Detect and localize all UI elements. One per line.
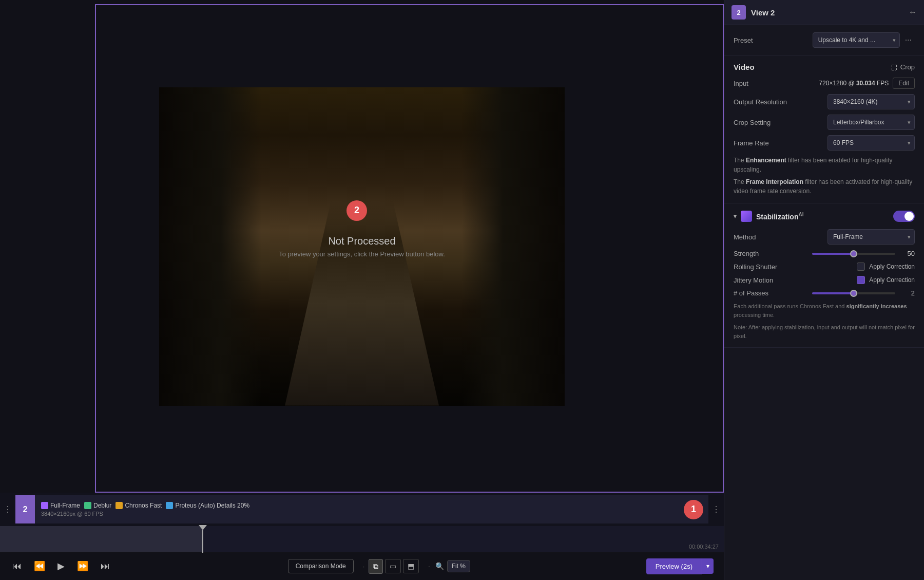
rolling-shutter-apply-text: Apply Correction [869,263,915,270]
output-resolution-row: Output Resolution 3840×2160 (4K) [734,94,915,109]
crop-button[interactable]: Crop [891,63,915,71]
trees-left [159,87,262,406]
badge-1: 1 [684,500,703,519]
video-section: Video Crop Input 720×1280 @ 30.034 FPS E… [724,55,924,203]
preset-dropdown[interactable]: Upscale to 4K and ... [813,32,900,48]
info-text-block: The Enhancement filter has been enabled … [734,156,915,196]
rolling-shutter-checkbox-row: Apply Correction [857,263,915,271]
filter-proteus: Proteus (Auto) Details 20% [166,502,249,509]
crop-setting-row: Crop Setting Letterbox/Pillarbox [734,115,915,130]
output-resolution-dropdown[interactable]: 3840×2160 (4K) [827,94,915,109]
preview-btn-group: Preview (2s) ▾ [646,558,714,574]
not-processed-title: Not Processed [279,235,445,247]
jittery-motion-checkbox-row: Apply Correction [857,276,915,284]
output-resolution-wrapper: 3840×2160 (4K) [827,94,915,109]
frame-rate-label: Frame Rate [734,139,769,147]
crop-icon [891,64,898,71]
rolling-shutter-checkbox[interactable] [857,263,865,271]
preview-button[interactable]: Preview (2s) [646,558,702,574]
video-section-header: Video Crop [734,63,915,71]
strength-fill [812,253,854,255]
scrubber-filled [0,526,203,552]
filter-icon-fullframe [41,502,48,509]
trees-right [462,87,565,406]
timeline-track: ⋮ 2 Full-Frame Deblur [0,495,724,523]
stabilization-icon [741,211,752,222]
filter-icon-proteus [166,502,173,509]
not-processed-subtitle: To preview your settings, click the Prev… [279,250,445,258]
method-label: Method [734,233,756,241]
input-value: 720×1280 @ 30.034 FPS [819,80,889,87]
passes-fill [812,292,854,294]
edit-input-button[interactable]: Edit [893,78,915,89]
preset-row: Preset Upscale to 4K and ... ··· [734,32,915,48]
input-label: Input [734,80,748,87]
passes-note: Each additional pass runs Chronos Fast a… [734,302,915,319]
scrubber-area[interactable]: 00:00:34:27 [0,526,724,552]
passes-slider[interactable]: 2 [812,289,915,297]
zoom-area: · 🔍 Fit % [426,560,470,572]
scrubber-handle-top [199,525,207,530]
view-mode-split[interactable]: ⧉ [369,559,383,574]
skip-to-end-button[interactable]: ⏭ [99,559,112,574]
jittery-motion-checkbox[interactable] [857,276,865,284]
frame-forward-button[interactable]: ⏩ [75,558,90,574]
timeline-number-badge: 2 [15,495,35,523]
input-row: Input 720×1280 @ 30.034 FPS Edit [734,78,915,89]
stabilization-section: ▾ StabilizationAI Method Full-Frame Stre… [724,203,924,348]
passes-track [812,292,895,294]
play-button[interactable]: ▶ [55,558,67,574]
interpolation-info: The Frame Interpolation filter has been … [734,177,915,196]
timeline-filters: Full-Frame Deblur Chronos Fast Prot [41,502,702,509]
stabilization-header: ▾ StabilizationAI [734,211,915,222]
timeline-menu-right[interactable]: ⋮ [708,495,724,523]
view-title: View 2 [751,8,903,17]
timeline-strip: ⋮ 2 Full-Frame Deblur [0,493,724,526]
frame-rate-row: Frame Rate 60 FPS [734,135,915,151]
frame-back-button[interactable]: ⏪ [32,558,47,574]
not-processed-overlay: Not Processed To preview your settings, … [279,235,445,258]
jittery-motion-row: Jittery Motion Apply Correction [734,276,915,284]
enhancement-info: The Enhancement filter has been enabled … [734,156,915,174]
preset-label: Preset [734,36,753,44]
stabilization-note: Note: After applying stabilization, inpu… [734,323,915,340]
rolling-shutter-row: Rolling Shutter Apply Correction [734,263,915,271]
zoom-out-button[interactable]: 🔍 [435,562,444,570]
crop-setting-label: Crop Setting [734,119,771,126]
view-badge-2: 2 [346,200,367,221]
preset-select: Upscale to 4K and ... ··· [813,32,915,48]
input-info: 720×1280 @ 30.034 FPS Edit [819,78,915,89]
view-header: 2 View 2 ↔ [724,0,924,25]
stabilization-toggle[interactable] [893,211,915,222]
view-mode-compare[interactable]: ⬒ [403,559,419,573]
stabilization-title: StabilizationAI [756,212,803,221]
rolling-shutter-label: Rolling Shutter [734,263,777,271]
filter-icon-chronos [116,502,123,509]
preset-more-button[interactable]: ··· [902,34,915,46]
view-expand-button[interactable]: ↔ [909,8,917,17]
passes-thumb[interactable] [850,290,857,297]
strength-track [812,253,895,255]
comparison-mode-button[interactable]: Comparison Mode [288,559,354,573]
view-mode-single[interactable]: ▭ [385,559,401,573]
scrubber-track [0,526,724,552]
strength-value: 50 [900,250,915,257]
passes-label: # of Passes [734,289,768,297]
method-wrapper: Full-Frame [827,229,915,245]
preview-dropdown-button[interactable]: ▾ [702,558,714,574]
playback-left: ⏮ ⏪ ▶ ⏩ ⏭ [10,558,112,574]
strength-thumb[interactable] [850,250,857,257]
strength-slider[interactable]: 50 [812,250,915,257]
filter-deblur: Deblur [84,502,111,509]
frame-rate-dropdown[interactable]: 60 FPS [827,135,915,151]
zoom-select[interactable]: Fit % [447,560,470,572]
filter-fullframe: Full-Frame [41,502,80,509]
skip-to-start-button[interactable]: ⏮ [10,559,24,574]
collapse-arrow[interactable]: ▾ [734,213,737,220]
preset-section: Preset Upscale to 4K and ... ··· [724,25,924,55]
method-dropdown[interactable]: Full-Frame [827,229,915,245]
timeline-menu-left[interactable]: ⋮ [0,495,15,523]
preset-dropdown-wrapper: Upscale to 4K and ... [813,32,900,48]
crop-setting-dropdown[interactable]: Letterbox/Pillarbox [827,115,915,130]
scrubber-handle[interactable] [199,525,207,553]
